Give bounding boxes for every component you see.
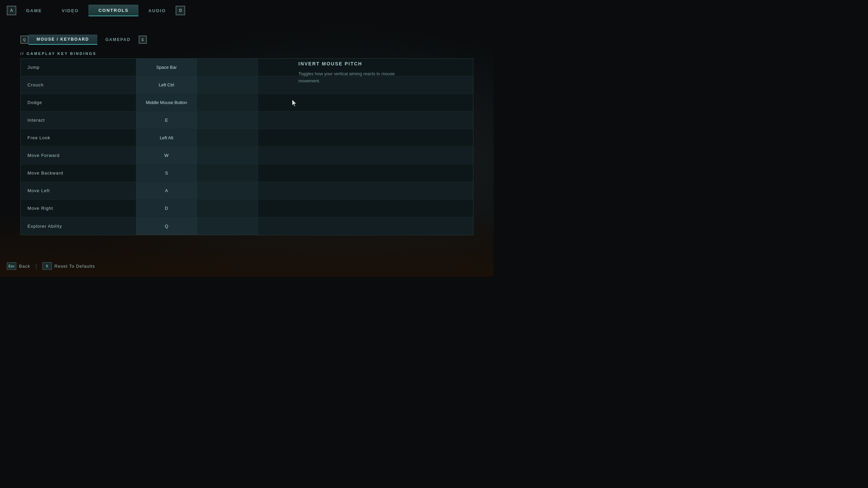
tab-game[interactable]: GAME — [16, 5, 52, 16]
sub-navigation: Q MOUSE / KEYBOARD GAMEPAD E — [0, 31, 494, 48]
reset-button[interactable]: X Reset To Defaults — [42, 262, 95, 270]
right-panel-title: INVERT MOUSE PITCH — [298, 61, 414, 66]
binding-key-move-left[interactable]: A — [136, 182, 197, 199]
tab-mouse-keyboard[interactable]: MOUSE / KEYBOARD — [28, 35, 97, 45]
binding-alt-dodge[interactable] — [197, 94, 258, 111]
nav-right-bracket: D — [176, 6, 185, 15]
binding-row-move-forward: Move Forward W — [21, 147, 473, 164]
binding-name-free-look: Free Look — [21, 135, 136, 140]
binding-alt-free-look[interactable] — [197, 129, 258, 146]
binding-name-crouch: Crouch — [21, 82, 136, 87]
binding-alt-move-right[interactable] — [197, 200, 258, 217]
binding-name-move-right: Move Right — [21, 206, 136, 211]
binding-key-move-forward[interactable]: W — [136, 147, 197, 164]
binding-row-move-right: Move Right D — [21, 200, 473, 217]
bottom-divider: | — [36, 263, 37, 269]
binding-name-dodge: Dodge — [21, 100, 136, 105]
binding-row-move-left: Move Left A — [21, 182, 473, 200]
binding-name-interact: Interact — [21, 118, 136, 123]
back-key: Esc — [7, 262, 16, 270]
binding-name-move-backward: Move Backward — [21, 170, 136, 176]
binding-key-explorer-ability[interactable]: Q — [136, 217, 197, 235]
binding-key-move-right[interactable]: D — [136, 200, 197, 217]
binding-row-free-look: Free Look Left Alt — [21, 129, 473, 147]
binding-key-interact[interactable]: E — [136, 111, 197, 129]
top-navigation: A GAME VIDEO CONTROLS AUDIO D — [0, 0, 494, 21]
reset-label: Reset To Defaults — [55, 264, 95, 269]
nav-left-bracket: A — [7, 6, 16, 15]
binding-row-dodge: Dodge Middle Mouse Button — [21, 94, 473, 111]
binding-key-jump[interactable]: Space Bar — [136, 59, 197, 76]
binding-alt-crouch[interactable] — [197, 76, 258, 94]
tab-audio[interactable]: AUDIO — [138, 5, 176, 16]
binding-alt-move-backward[interactable] — [197, 164, 258, 182]
reset-key: X — [42, 262, 52, 270]
binding-name-jump: Jump — [21, 65, 136, 70]
right-panel: INVERT MOUSE PITCH Toggles how your vert… — [292, 54, 420, 92]
bottom-bar: Esc Back | X Reset To Defaults — [7, 262, 95, 270]
tab-controls[interactable]: CONTROLS — [88, 5, 138, 16]
binding-alt-jump[interactable] — [197, 59, 258, 76]
binding-alt-move-left[interactable] — [197, 182, 258, 199]
back-button[interactable]: Esc Back — [7, 262, 30, 270]
binding-alt-explorer-ability[interactable] — [197, 217, 258, 235]
binding-name-explorer-ability: Explorer Ability — [21, 224, 136, 229]
binding-row-interact: Interact E — [21, 111, 473, 129]
binding-alt-interact[interactable] — [197, 111, 258, 129]
binding-row-explorer-ability: Explorer Ability Q — [21, 217, 473, 235]
right-panel-description: Toggles how your vertical aiming reacts … — [298, 70, 414, 85]
binding-alt-move-forward[interactable] — [197, 147, 258, 164]
binding-name-move-left: Move Left — [21, 188, 136, 193]
tab-gamepad[interactable]: GAMEPAD — [97, 35, 139, 44]
tab-video[interactable]: VIDEO — [52, 5, 88, 16]
sub-right-bracket: E — [139, 36, 147, 44]
binding-key-move-backward[interactable]: S — [136, 164, 197, 182]
binding-name-move-forward: Move Forward — [21, 153, 136, 158]
sub-left-bracket: Q — [20, 36, 28, 44]
binding-key-dodge[interactable]: Middle Mouse Button — [136, 94, 197, 111]
binding-row-move-backward: Move Backward S — [21, 164, 473, 182]
back-label: Back — [19, 264, 30, 269]
binding-key-free-look[interactable]: Left Alt — [136, 129, 197, 146]
binding-key-crouch[interactable]: Left Ctrl — [136, 76, 197, 94]
